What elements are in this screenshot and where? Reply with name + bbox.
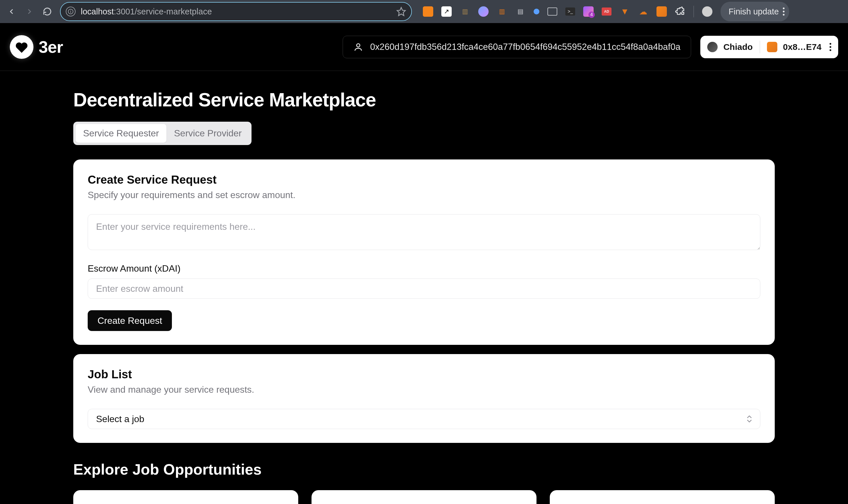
brand-logo[interactable]: 3er	[10, 35, 63, 59]
page-title: Decentralized Service Marketplace	[73, 89, 775, 111]
extension-icon[interactable]	[656, 6, 667, 17]
chain-label: Chiado	[723, 42, 753, 52]
extension-row: ↗ ▥ ▥ ▤ >_ 4 AD ▼ ☁ Finish update	[423, 2, 789, 21]
extension-icon[interactable]: AD	[602, 7, 612, 16]
extension-icon[interactable]: ↗	[441, 6, 452, 17]
back-button[interactable]	[6, 6, 17, 17]
extension-icon[interactable]: ▥	[497, 6, 507, 17]
create-request-title: Create Service Request	[88, 173, 760, 186]
wallet-chip[interactable]: Chiado 0x8…E74	[700, 36, 838, 58]
reload-button[interactable]	[42, 6, 53, 17]
wallet-address-text: 0x260d197fdb356d213fca4ce60a77fb0654f694…	[370, 42, 681, 52]
forward-button[interactable]	[24, 6, 35, 17]
tab-provider[interactable]: Service Provider	[166, 124, 249, 143]
escrow-label: Escrow Amount (xDAI)	[88, 263, 760, 274]
extensions-puzzle-icon[interactable]	[675, 6, 685, 17]
finish-update-label: Finish update	[729, 7, 779, 16]
url-text: localhost:3001/service-marketplace	[81, 7, 391, 16]
site-info-icon[interactable]	[66, 7, 75, 16]
job-list-subtitle: View and manage your service requests.	[88, 384, 760, 395]
extension-icon[interactable]	[547, 7, 557, 16]
create-request-button[interactable]: Create Request	[88, 310, 172, 331]
browser-menu-icon[interactable]	[783, 7, 784, 16]
separator	[693, 6, 694, 17]
job-select-placeholder: Select a job	[96, 414, 144, 425]
job-select[interactable]: Select a job	[88, 409, 760, 429]
wallet-menu-icon[interactable]	[830, 43, 831, 51]
extension-badge: 4	[588, 12, 595, 18]
chevron-updown-icon	[747, 415, 752, 422]
explore-title: Explore Job Opportunities	[73, 461, 775, 478]
job-list-card: Job List View and manage your service re…	[73, 354, 775, 443]
bookmark-star-icon[interactable]	[396, 7, 406, 16]
app-header: 3er 0x260d197fdb356d213fca4ce60a77fb0654…	[0, 23, 848, 71]
extension-icon[interactable]: ▥	[460, 6, 470, 17]
extension-icon[interactable]: 4	[583, 6, 594, 17]
extension-icon[interactable]	[423, 6, 433, 17]
handshake-icon	[10, 35, 33, 59]
extension-icon[interactable]	[478, 6, 489, 17]
create-request-card: Create Service Request Specify your requ…	[73, 159, 775, 345]
extension-icon[interactable]	[534, 8, 540, 14]
svg-marker-3	[397, 7, 405, 16]
role-tabs: Service Requester Service Provider	[73, 122, 251, 145]
job-card[interactable]: AI Model Fine-Tuning for Image	[73, 490, 298, 504]
profile-avatar[interactable]	[702, 6, 712, 17]
wallet-address-pill[interactable]: 0x260d197fdb356d213fca4ce60a77fb0654f694…	[343, 36, 691, 58]
create-request-subtitle: Specify your requirements and set escrow…	[88, 190, 760, 200]
separator	[760, 41, 760, 53]
brand-text: 3er	[39, 37, 63, 56]
extension-icon[interactable]: ☁	[638, 6, 649, 17]
finish-update-button[interactable]: Finish update	[721, 2, 789, 21]
job-card[interactable]: NFT Collection Art Creation	[550, 490, 775, 504]
wallet-short-label: 0x8…E74	[783, 42, 822, 52]
requirements-input[interactable]	[88, 214, 760, 250]
escrow-amount-input[interactable]	[88, 278, 760, 299]
browser-chrome: localhost:3001/service-marketplace ↗ ▥ ▥…	[0, 0, 848, 23]
extension-icon[interactable]: >_	[565, 7, 575, 16]
user-icon	[353, 42, 363, 52]
job-list-title: Job List	[88, 368, 760, 381]
metamask-icon	[767, 42, 777, 52]
svg-point-2	[70, 10, 71, 11]
chain-icon	[707, 42, 718, 52]
address-bar[interactable]: localhost:3001/service-marketplace	[60, 2, 412, 21]
svg-point-4	[357, 43, 360, 47]
tab-requester[interactable]: Service Requester	[75, 124, 166, 143]
extension-icon[interactable]: ▼	[620, 6, 630, 17]
extension-icon[interactable]: ▤	[515, 6, 526, 17]
job-card[interactable]: Smart Contract Audit for DeFi	[312, 490, 536, 504]
job-grid: AI Model Fine-Tuning for Image Smart Con…	[73, 490, 775, 504]
page-content: Decentralized Service Marketplace Servic…	[0, 89, 848, 504]
